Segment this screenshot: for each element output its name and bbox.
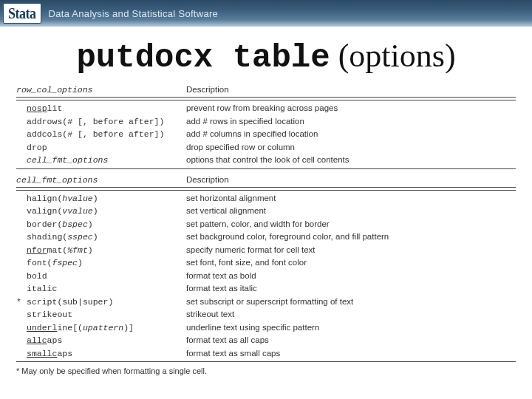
option-description: add # columns in specified location [186, 129, 318, 140]
option-description: prevent row from breaking across pages [186, 103, 338, 115]
option-row: dropdrop specified row or column [16, 141, 516, 154]
option-description: format text as bold [186, 270, 256, 282]
option-name: smallcaps [27, 348, 186, 360]
row-marker [16, 335, 27, 347]
option-description: format text as italic [186, 283, 257, 295]
row-marker [16, 283, 27, 295]
logo-text: Stata [8, 7, 36, 20]
row-marker [16, 257, 27, 269]
option-description: set horizontal alignment [186, 193, 276, 205]
option-row: boldformat text as bold [16, 270, 516, 283]
option-description: drop specified row or column [186, 142, 295, 154]
option-description: set pattern, color, and width for border [186, 219, 330, 231]
app-header: Stata Data Analysis and Statistical Soft… [0, 0, 532, 27]
option-description: set font, font size, and font color [186, 257, 307, 269]
row-marker [16, 193, 27, 205]
option-row: addrows(# [, before after])add # rows in… [16, 115, 516, 129]
row-marker [16, 116, 27, 128]
option-name: italic [27, 283, 186, 295]
row-marker [16, 154, 27, 166]
row-marker [16, 309, 27, 321]
option-description: set background color, foreground color, … [186, 231, 389, 243]
option-row: addcols(# [, before after])add # columns… [16, 128, 516, 141]
section-header: row_col_optionsDescription [16, 81, 516, 98]
footnote: * May only be specified when formatting … [16, 362, 516, 375]
row-marker [16, 270, 27, 282]
option-row: border(bspec)set pattern, color, and wid… [16, 218, 516, 231]
option-description: strikeout text [186, 309, 234, 321]
option-name: allcaps [27, 335, 186, 347]
option-row: cell_fmt_optionsoptions that control the… [16, 154, 516, 167]
tagline: Data Analysis and Statistical Software [49, 8, 219, 19]
title-command: putdocx table [76, 39, 330, 76]
section-body: nosplitprevent row from breaking across … [16, 100, 516, 167]
section-header-col2: Description [186, 175, 229, 185]
option-row: *script(sub|super)set subscript or super… [16, 296, 516, 309]
row-marker [16, 103, 27, 115]
option-name: addcols(# [, before after]) [27, 129, 186, 140]
title-suffix: (options) [338, 38, 456, 74]
row-marker [16, 205, 27, 217]
option-name: valign(vvalue) [27, 205, 186, 217]
option-description: underline text using specific pattern [186, 322, 319, 334]
row-marker [16, 231, 27, 243]
section-header-col1: row_col_options [16, 85, 186, 95]
section-header: cell_fmt_optionsDescription [16, 171, 516, 188]
row-marker [16, 348, 27, 360]
option-row: shading(sspec)set background color, fore… [16, 231, 516, 244]
option-description: set vertical alignment [186, 205, 266, 217]
option-name: font(fspec) [27, 257, 186, 269]
option-name: nosplit [27, 103, 186, 115]
option-row: allcapsformat text as all caps [16, 334, 516, 347]
row-marker [16, 219, 27, 231]
option-row: valign(vvalue)set vertical alignment [16, 205, 516, 218]
row-marker [16, 322, 27, 334]
section-body: halign(hvalue)set horizontal alignmentva… [16, 190, 516, 361]
option-row: nformat(%fmt)specify numeric format for … [16, 244, 516, 257]
option-name: halign(hvalue) [27, 193, 186, 205]
row-marker [16, 129, 27, 140]
logo-box: Stata [3, 3, 41, 24]
option-description: specify numeric format for cell text [186, 245, 315, 256]
option-name: script(sub|super) [27, 296, 186, 308]
row-marker [16, 245, 27, 256]
option-name: bold [27, 270, 186, 282]
option-description: options that control the look of cell co… [186, 154, 349, 166]
row-marker [16, 142, 27, 154]
option-description: set subscript or superscript formatting … [186, 296, 353, 308]
option-name: border(bspec) [27, 219, 186, 231]
option-name: drop [27, 142, 186, 154]
section-divider [16, 168, 516, 169]
option-row: smallcapsformat text as small caps [16, 347, 516, 361]
page-title: putdocx table (options) [0, 37, 532, 76]
section-header-col2: Description [186, 85, 229, 95]
option-name: shading(sspec) [27, 231, 186, 243]
option-row: underline[(upattern)]underline text usin… [16, 321, 516, 335]
option-row: halign(hvalue)set horizontal alignment [16, 192, 516, 205]
option-name: strikeout [27, 309, 186, 321]
option-name: nformat(%fmt) [27, 245, 186, 256]
option-description: format text as all caps [186, 335, 269, 347]
option-row: italicformat text as italic [16, 282, 516, 296]
options-content: row_col_optionsDescriptionnosplitprevent… [0, 81, 532, 375]
option-row: strikeoutstrikeout text [16, 308, 516, 321]
option-description: add # rows in specified location [186, 116, 304, 128]
option-name: cell_fmt_options [27, 154, 186, 166]
option-name: underline[(upattern)] [27, 322, 186, 334]
option-name: addrows(# [, before after]) [27, 116, 186, 128]
option-row: nosplitprevent row from breaking across … [16, 102, 516, 115]
section-header-col1: cell_fmt_options [16, 175, 186, 185]
option-row: font(fspec)set font, font size, and font… [16, 256, 516, 270]
row-marker: * [16, 296, 27, 308]
option-description: format text as small caps [186, 348, 280, 360]
